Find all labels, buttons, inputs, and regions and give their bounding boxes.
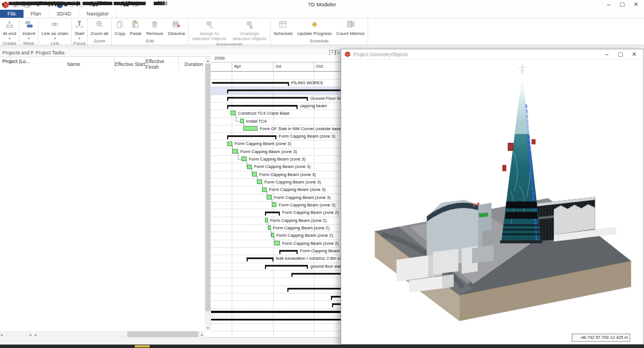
update-progress-button[interactable]: Update Progress <box>295 19 333 37</box>
zoom-all-button[interactable]: Zoom all <box>89 19 110 37</box>
gantt-row-line <box>211 247 341 248</box>
gantt-bar-label: Form Capping Beam (zone 3) <box>279 202 335 208</box>
projects-hscrollbar[interactable]: ◂▸ <box>0 331 33 338</box>
maximize-button[interactable]: ▢ <box>615 0 629 9</box>
station-buildings[interactable] <box>534 197 616 242</box>
gantt-task-bar[interactable] <box>262 187 267 192</box>
gantt-summary-bar[interactable] <box>227 105 298 107</box>
minimize-button[interactable]: – <box>602 0 615 9</box>
ribbon-group-move: Indent▾Move <box>19 18 38 45</box>
start-button[interactable]: Start▾ <box>73 19 86 41</box>
summary-cap <box>307 97 308 101</box>
ribbon-group-zoom: Zoom allZoom <box>88 18 112 45</box>
gantt-summary-bar[interactable] <box>211 311 341 313</box>
project-tree-item[interactable]: Project (Lo... <box>0 57 33 64</box>
gantt-task-bar[interactable] <box>241 157 247 161</box>
gantt-task-bar[interactable] <box>274 241 280 245</box>
gantt-task-bar[interactable] <box>267 195 272 200</box>
button-label: At end <box>3 32 16 37</box>
gantt-row-line <box>211 224 341 225</box>
viewer-title: Project.GeometryObjects <box>353 52 408 57</box>
shard-tower[interactable] <box>500 64 542 243</box>
tab-navigator[interactable]: Navigator <box>79 10 117 18</box>
column-header-duration[interactable]: Duration <box>179 57 205 71</box>
viewer-close-button[interactable]: ✕ <box>627 50 641 58</box>
gantt-summary-bar[interactable] <box>247 257 274 259</box>
gantt-task-bar[interactable] <box>227 142 232 146</box>
gantt-task-bar[interactable] <box>231 111 236 115</box>
gantt-bar-label: Form Capping Beam (zone 3) <box>269 187 326 192</box>
gantt-task-bar[interactable] <box>272 202 276 207</box>
viewer-maximize-button[interactable]: ▢ <box>614 50 627 58</box>
gantt-summary-bar[interactable] <box>265 212 280 213</box>
column-header-effective-start[interactable]: Effective Start <box>115 57 146 71</box>
paste-button[interactable]: Paste <box>128 19 143 37</box>
count-metrics-icon <box>346 19 356 32</box>
button-label: Update Progress <box>297 32 331 37</box>
3d-viewport[interactable] <box>341 60 644 345</box>
gantt-year-band <box>211 55 341 62</box>
button-label: Indent <box>22 32 35 37</box>
gantt-chart[interactable]: 2009AprJulOctPILING WORKSGround Floor Sl… <box>211 55 341 337</box>
group-label: Schedule <box>272 38 366 45</box>
gantt-task-bar[interactable] <box>252 172 257 177</box>
gantt-bar-label: capping beam <box>300 103 327 108</box>
gantt-row-line <box>211 110 341 110</box>
gantt-summary-bar[interactable] <box>227 135 276 137</box>
column-header-name[interactable]: Name <box>33 57 115 71</box>
gantt-task-bar[interactable] <box>257 179 262 184</box>
count-metrics-button[interactable]: Count Metrics <box>334 19 366 37</box>
column-header-effective-finish[interactable]: Effective Finish <box>146 57 179 71</box>
gantt-summary-bar[interactable] <box>265 265 308 267</box>
gantt-summary-bar[interactable] <box>212 82 289 84</box>
gantt-bar-label: Construct TC4 Crane Base <box>238 111 290 116</box>
gantt-summary-bar[interactable] <box>331 296 341 298</box>
task-name: Task <box>9 0 80 7</box>
gantt-row-line <box>211 293 341 294</box>
gantt-task-bar[interactable] <box>247 165 252 169</box>
gantt-row-line <box>211 316 341 316</box>
grid-hscrollbar[interactable]: ◂ ▸ <box>33 331 205 338</box>
tab-plan[interactable]: Plan <box>24 10 49 18</box>
gantt-bar-label: Form Capping Beam (zone 3) <box>235 141 291 146</box>
button-label: Schedule <box>274 32 292 37</box>
assign-to-selected-objects-button[interactable]: Assign to selected Objects <box>190 19 229 42</box>
unassign-selected-objects-button[interactable]: Unassign selected Objects <box>230 19 269 42</box>
at-end-button[interactable]: At end▾ <box>1 19 18 41</box>
gantt-summary-bar[interactable] <box>227 89 341 91</box>
grid-vscrollbar[interactable]: ▴ ▾ <box>205 57 211 331</box>
tab-file[interactable]: File <box>0 10 24 18</box>
gantt-row-line <box>211 331 341 331</box>
gantt-task-bar[interactable] <box>243 126 257 131</box>
close-button[interactable]: ✕ <box>629 0 643 9</box>
gantt-row-line <box>211 255 341 255</box>
summary-cap <box>272 257 274 261</box>
ribbon-group-assignments: Assign to selected ObjectsUnassign selec… <box>189 18 271 45</box>
tab-3d-4d[interactable]: 3D/4D <box>49 10 80 18</box>
summary-cap <box>265 265 266 269</box>
viewer-minimize-button[interactable]: – <box>600 50 614 58</box>
summary-cap <box>227 89 228 93</box>
gantt-row-line <box>211 240 341 240</box>
schedule-button[interactable]: Schedule <box>272 19 294 37</box>
chevron-down-icon: ▾ <box>9 37 10 40</box>
taskbar-accent <box>135 345 150 347</box>
gantt-summary-bar[interactable] <box>279 250 298 252</box>
indent-button[interactable]: Indent▾ <box>21 19 37 41</box>
gantt-bar-label: ground floor slab <box>310 264 341 269</box>
zoom-icon <box>95 19 104 32</box>
gantt-summary-bar[interactable] <box>227 97 308 99</box>
dissolve-button[interactable]: Dissolve <box>166 19 187 37</box>
gantt-summary-bar[interactable] <box>332 303 341 305</box>
gantt-task-bar[interactable] <box>232 149 238 154</box>
gantt-summary-bar[interactable] <box>211 319 341 321</box>
gantt-summary-bar[interactable] <box>287 288 341 290</box>
link-as-chain-button[interactable]: Link as chain▾ <box>40 19 70 41</box>
remove-button[interactable]: Remove <box>145 19 165 37</box>
gantt-summary-bar[interactable] <box>291 273 341 275</box>
expand-arrow-icon[interactable]: ▸ <box>2 0 5 7</box>
gantt-row-line <box>211 79 341 80</box>
copy-button[interactable]: Copy <box>113 19 127 37</box>
gantt-row-line <box>211 217 341 217</box>
viewer-title-bar[interactable]: Project.GeometryObjects – ▢ ✕ <box>341 49 643 60</box>
